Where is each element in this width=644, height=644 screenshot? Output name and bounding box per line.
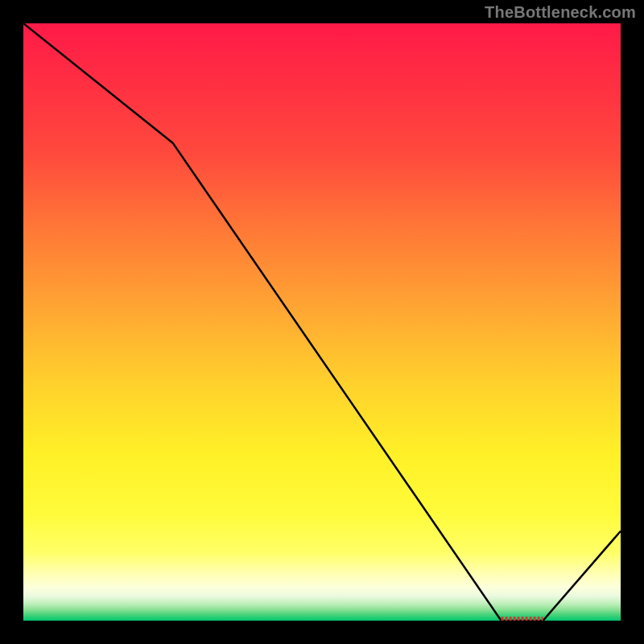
chart-root: TheBottleneck.com — [0, 0, 644, 644]
chart-svg — [23, 23, 621, 621]
attribution-label: TheBottleneck.com — [485, 3, 636, 22]
gradient-background — [23, 23, 621, 621]
plot-area — [23, 23, 621, 621]
